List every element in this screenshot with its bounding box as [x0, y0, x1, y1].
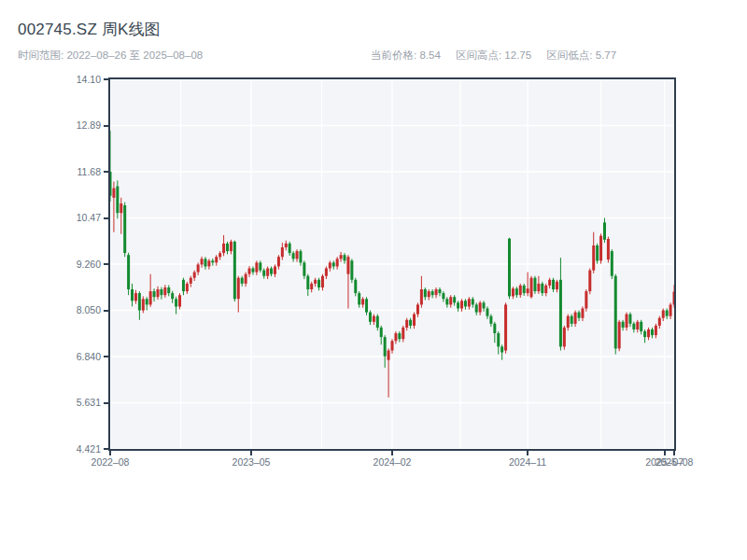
candle — [233, 241, 236, 301]
candle — [329, 260, 331, 272]
candle — [489, 315, 492, 328]
candle — [292, 251, 295, 262]
candle — [296, 249, 299, 262]
candle — [340, 252, 343, 262]
candle — [391, 339, 394, 354]
candle — [207, 259, 210, 269]
candle — [376, 315, 379, 331]
candle — [567, 315, 570, 331]
x-tick-mark — [250, 451, 252, 455]
candle — [651, 328, 654, 339]
candle — [632, 322, 635, 333]
y-tick-label: 8.050 — [45, 304, 101, 315]
candle — [592, 232, 595, 273]
candle — [110, 131, 112, 202]
candle — [435, 287, 438, 298]
candle — [131, 284, 134, 307]
candle — [160, 287, 162, 300]
candle — [245, 273, 247, 287]
candle — [394, 331, 397, 344]
candle — [120, 198, 122, 234]
candle — [647, 328, 650, 341]
candle — [146, 297, 148, 310]
candle — [530, 276, 533, 299]
y-tick-label: 6.840 — [45, 351, 101, 362]
candle — [574, 311, 577, 328]
x-tick-mark — [391, 451, 393, 455]
candle — [475, 302, 478, 315]
candle — [599, 233, 602, 263]
candle — [581, 306, 584, 321]
candle — [266, 267, 269, 280]
candle — [171, 291, 174, 303]
candle — [563, 326, 566, 350]
candle — [658, 316, 661, 329]
candle — [153, 288, 156, 301]
x-tick-mark — [664, 451, 666, 455]
candle — [358, 291, 360, 308]
candle — [251, 267, 254, 275]
candle — [571, 315, 573, 328]
y-tick-label: 9.260 — [45, 259, 101, 270]
y-tick-mark — [104, 356, 108, 357]
candle — [270, 267, 273, 277]
candle — [314, 278, 317, 287]
candle — [479, 301, 482, 315]
candle — [607, 237, 610, 263]
candle — [306, 274, 309, 296]
candle — [428, 289, 430, 301]
candle — [361, 297, 364, 308]
candle — [544, 284, 547, 297]
range-high-stat: 区间高点: 12.75 — [456, 49, 531, 61]
candle — [112, 182, 115, 232]
y-tick-mark — [104, 402, 108, 404]
candle — [512, 287, 514, 299]
y-tick-mark — [104, 171, 108, 173]
kline-chart-page: 002745.SZ 周K线图 时间范围: 2022–08–26 至 2025–0… — [0, 0, 747, 560]
candle — [299, 249, 302, 266]
candle — [449, 295, 452, 308]
x-tick-label: 2025–08 — [641, 456, 707, 468]
candle — [373, 315, 375, 326]
candle — [519, 284, 522, 298]
candle — [541, 282, 543, 296]
candle — [230, 240, 233, 255]
candle — [255, 260, 258, 275]
y-tick-mark — [104, 125, 108, 127]
x-tick-label: 2022–08 — [78, 456, 143, 468]
y-tick-mark — [104, 78, 108, 80]
candle — [182, 278, 185, 296]
candle — [204, 257, 206, 270]
candle — [186, 282, 189, 294]
y-tick-label: 10.47 — [45, 212, 101, 223]
candle — [472, 297, 474, 308]
candle — [603, 218, 606, 244]
candle — [611, 249, 613, 279]
current-price-stat: 当前价格: 8.54 — [371, 49, 441, 61]
x-tick-mark — [673, 451, 675, 455]
candle — [585, 289, 587, 312]
candle — [438, 287, 441, 296]
candle — [655, 324, 657, 339]
candle — [317, 278, 320, 291]
candle — [350, 259, 353, 283]
candle — [354, 278, 357, 297]
x-tick-label: 2024–02 — [359, 456, 425, 468]
candle — [445, 297, 448, 308]
candle — [388, 348, 390, 397]
candle — [413, 313, 416, 329]
candle — [259, 260, 261, 273]
candle — [274, 264, 276, 277]
candle — [614, 274, 617, 355]
y-axis-spine — [108, 77, 110, 451]
candle — [493, 322, 496, 343]
candle — [277, 255, 280, 270]
candle — [504, 302, 507, 354]
candle — [640, 320, 642, 335]
candle — [365, 297, 368, 315]
candle — [500, 344, 503, 359]
candle — [497, 331, 500, 355]
candle — [420, 276, 423, 308]
candle — [405, 318, 408, 331]
candle — [643, 329, 646, 343]
